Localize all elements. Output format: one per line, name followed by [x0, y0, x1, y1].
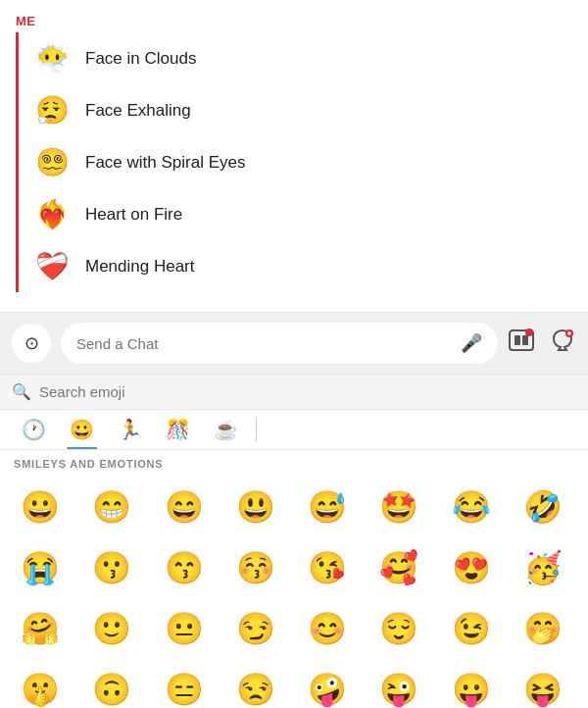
snap-icon — [549, 327, 576, 354]
emoji-cell[interactable]: 😚 — [223, 538, 288, 597]
emoji-cell[interactable]: 😁 — [79, 478, 144, 536]
chat-right-icons — [508, 327, 576, 360]
emoji-cell[interactable]: 😑 — [152, 660, 217, 708]
emoji-picker: 🔍 🕐 😀 🏃 🎊 ☕ SMILEYS AND EMOTIONS 😀 😁 😄 😃… — [0, 375, 588, 708]
emoji-grid: 😀 😁 😄 😃 😅 🤩 😂 🤣 😭 😗 😙 😚 😘 🥰 😍 🥳 🤗 🙂 😐 😏 … — [0, 474, 588, 708]
tab-recent[interactable]: 🕐 — [12, 410, 56, 449]
emoji-cell[interactable]: 🙃 — [79, 660, 144, 708]
emoji-name: Face in Clouds — [85, 49, 196, 69]
emoji-cell[interactable]: 😉 — [439, 599, 504, 658]
category-label: SMILEYS AND EMOTIONS — [0, 450, 588, 474]
emoji-name: Mending Heart — [85, 257, 195, 277]
emoji-icon: 😮‍💨 — [34, 94, 70, 126]
mic-icon: 🎤 — [461, 333, 482, 353]
bitmoji-button[interactable] — [508, 327, 535, 360]
emoji-name: Heart on Fire — [85, 205, 182, 225]
camera-icon: ⊙ — [24, 332, 39, 354]
emoji-name: Face Exhaling — [85, 101, 191, 121]
emoji-cell[interactable]: 😝 — [511, 660, 575, 708]
chat-input-wrap: 🎤 — [61, 323, 498, 364]
emoji-cell[interactable]: 😂 — [439, 478, 504, 536]
svg-rect-1 — [514, 335, 520, 345]
recent-emoji-section: ME 😶‍🌫️ Face in Clouds 😮‍💨 Face Exhaling… — [0, 0, 588, 312]
emoji-cell[interactable]: 😜 — [367, 660, 431, 708]
bitmoji-icon — [508, 327, 535, 354]
emoji-cell[interactable]: 😄 — [152, 478, 217, 536]
emoji-search-bar: 🔍 — [0, 375, 588, 410]
emoji-cell[interactable]: 😛 — [439, 660, 504, 708]
list-item[interactable]: ❤️‍🩹 Mending Heart — [19, 240, 588, 292]
emoji-icon: ❤️‍🔥 — [34, 198, 70, 230]
tab-smileys[interactable]: 😀 — [60, 410, 104, 449]
emoji-cell[interactable]: 🤭 — [511, 599, 575, 658]
emoji-cell[interactable]: 😘 — [295, 538, 360, 597]
emoji-cell[interactable]: 😅 — [295, 478, 360, 536]
camera-button[interactable]: ⊙ — [12, 324, 51, 363]
search-icon: 🔍 — [12, 382, 31, 401]
emoji-cell[interactable]: 🤣 — [511, 478, 575, 536]
tab-objects[interactable]: ☕ — [204, 410, 248, 449]
emoji-name: Face with Spiral Eyes — [85, 153, 245, 173]
emoji-icon: 😵‍💫 — [34, 146, 70, 178]
mic-button[interactable]: 🎤 — [461, 332, 482, 354]
emoji-cell[interactable]: 🤗 — [8, 599, 73, 658]
emoji-list: 😶‍🌫️ Face in Clouds 😮‍💨 Face Exhaling 😵‍… — [16, 32, 588, 292]
snap-button[interactable] — [549, 327, 576, 360]
emoji-cell[interactable]: 😐 — [152, 599, 217, 658]
emoji-cell[interactable]: 😌 — [367, 599, 431, 658]
emoji-cell[interactable]: 😙 — [152, 538, 217, 597]
list-item[interactable]: 😵‍💫 Face with Spiral Eyes — [19, 136, 588, 188]
me-label: ME — [0, 8, 588, 32]
tab-people[interactable]: 🏃 — [108, 410, 152, 449]
emoji-cell[interactable]: 😒 — [223, 660, 288, 708]
tab-divider — [256, 418, 257, 441]
emoji-cell[interactable]: 😗 — [79, 538, 144, 597]
emoji-icon: ❤️‍🩹 — [34, 250, 70, 282]
emoji-cell[interactable]: 🥰 — [367, 538, 431, 597]
emoji-cell[interactable]: 😭 — [8, 538, 73, 597]
svg-point-3 — [525, 329, 533, 336]
emoji-icon: 😶‍🌫️ — [34, 42, 70, 75]
list-item[interactable]: ❤️‍🔥 Heart on Fire — [19, 188, 588, 240]
chat-bar: ⊙ 🎤 — [0, 312, 588, 375]
chat-input[interactable] — [76, 335, 453, 352]
emoji-search-input[interactable] — [39, 383, 576, 400]
tab-activities[interactable]: 🎊 — [156, 410, 200, 449]
emoji-cell[interactable]: 🥳 — [511, 538, 575, 597]
list-item[interactable]: 😮‍💨 Face Exhaling — [19, 84, 588, 136]
emoji-cell[interactable]: 😃 — [223, 478, 288, 536]
emoji-cell[interactable]: 😍 — [439, 538, 504, 597]
emoji-cell[interactable]: 😏 — [223, 599, 288, 658]
emoji-cell[interactable]: 😀 — [8, 478, 73, 536]
emoji-cell[interactable]: 😊 — [295, 599, 360, 658]
emoji-tabs: 🕐 😀 🏃 🎊 ☕ — [0, 410, 588, 450]
list-item[interactable]: 😶‍🌫️ Face in Clouds — [19, 32, 588, 84]
emoji-cell[interactable]: 🙂 — [79, 599, 144, 658]
svg-rect-2 — [522, 335, 528, 345]
emoji-cell[interactable]: 🤪 — [295, 660, 360, 708]
emoji-cell[interactable]: 🤩 — [367, 478, 431, 536]
emoji-cell[interactable]: 🤫 — [8, 660, 73, 708]
